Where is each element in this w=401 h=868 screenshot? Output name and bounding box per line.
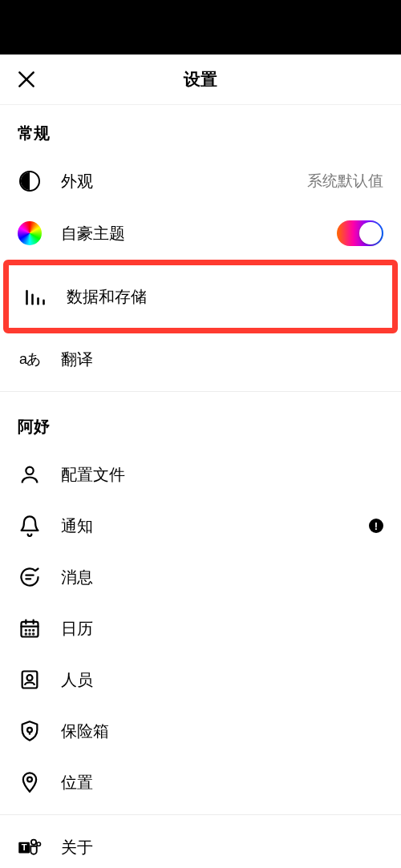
section-account-title: 阿妤 — [0, 398, 401, 449]
people-label: 人员 — [61, 669, 383, 691]
settings-header: 设置 — [0, 55, 401, 105]
translate-label: 翻译 — [61, 349, 383, 370]
settings-item-location[interactable]: 位置 — [0, 757, 401, 808]
messages-label: 消息 — [61, 567, 383, 588]
svg-point-23 — [27, 777, 32, 782]
translate-icon: aあ — [18, 347, 42, 371]
section-divider — [0, 391, 401, 392]
section-divider — [0, 814, 401, 815]
color-wheel-icon — [18, 221, 42, 245]
svg-rect-19 — [22, 672, 38, 688]
pride-theme-label: 自豪主题 — [61, 223, 337, 244]
safe-label: 保险箱 — [61, 721, 383, 742]
notifications-label: 通知 — [61, 515, 369, 537]
svg-point-6 — [26, 467, 33, 474]
settings-item-appearance[interactable]: 外观 系统默认值 — [0, 155, 401, 207]
alert-badge-icon: ! — [369, 519, 383, 533]
svg-point-18 — [33, 633, 34, 634]
location-label: 位置 — [61, 772, 383, 793]
status-bar — [0, 0, 401, 55]
settings-item-people[interactable]: 人员 — [0, 654, 401, 705]
settings-item-profile[interactable]: 配置文件 — [0, 449, 401, 500]
appearance-label: 外观 — [61, 171, 307, 192]
people-icon — [18, 668, 42, 692]
page-title: 设置 — [184, 68, 217, 91]
settings-item-notifications[interactable]: 通知 ! — [0, 500, 401, 551]
appearance-value: 系统默认值 — [307, 171, 383, 192]
svg-point-17 — [29, 633, 30, 634]
data-storage-label: 数据和存储 — [67, 286, 378, 308]
teams-icon: T — [18, 835, 42, 859]
svg-point-21 — [27, 728, 32, 733]
svg-point-26 — [31, 840, 36, 845]
shield-icon — [18, 719, 42, 743]
calendar-label: 日历 — [61, 618, 383, 640]
svg-text:T: T — [22, 842, 27, 852]
settings-item-messages[interactable]: 消息 — [0, 551, 401, 603]
svg-point-15 — [33, 630, 34, 631]
pride-theme-toggle[interactable] — [337, 220, 383, 246]
settings-item-pride-theme[interactable]: 自豪主题 — [0, 207, 401, 260]
settings-item-calendar[interactable]: 日历 — [0, 603, 401, 654]
message-icon — [18, 565, 42, 589]
profile-icon — [18, 462, 42, 486]
close-icon[interactable] — [16, 69, 37, 90]
appearance-icon — [18, 169, 42, 193]
settings-item-safe[interactable]: 保险箱 — [0, 705, 401, 757]
bell-icon — [18, 514, 42, 538]
highlight-box: 数据和存储 — [3, 260, 398, 333]
settings-item-about[interactable]: T 关于 — [0, 822, 401, 868]
about-label: 关于 — [61, 837, 383, 858]
settings-item-data-storage[interactable]: 数据和存储 — [9, 265, 392, 328]
svg-point-14 — [29, 630, 30, 631]
svg-point-20 — [27, 675, 33, 680]
location-icon — [18, 770, 42, 794]
calendar-icon — [18, 616, 42, 640]
svg-point-16 — [26, 633, 26, 634]
section-general-title: 常规 — [0, 105, 401, 155]
settings-item-translate[interactable]: aあ 翻译 — [0, 333, 401, 385]
profile-label: 配置文件 — [61, 464, 383, 486]
svg-point-13 — [26, 630, 26, 631]
data-storage-icon — [23, 285, 47, 309]
